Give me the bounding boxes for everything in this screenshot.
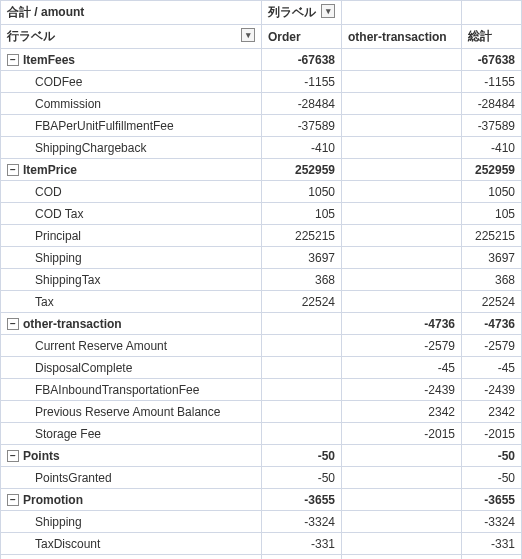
child-order-value: 22524 (262, 291, 342, 313)
collapse-icon[interactable]: − (7, 494, 19, 506)
child-other-value (342, 269, 462, 291)
child-label: Principal (1, 225, 262, 247)
grand-total-total: 176880 (462, 555, 522, 560)
child-row: Tax2252422524 (1, 291, 522, 313)
child-order-value: -331 (262, 533, 342, 555)
collapse-icon[interactable]: − (7, 318, 19, 330)
child-label: FBAInboundTransportationFee (1, 379, 262, 401)
child-label: ShippingTax (1, 269, 262, 291)
child-row: Shipping36973697 (1, 247, 522, 269)
group-other-value (342, 49, 462, 71)
child-label: FBAPerUnitFulfillmentFee (1, 115, 262, 137)
child-total-value: 3697 (462, 247, 522, 269)
group-label-text: ItemPrice (23, 163, 77, 177)
grand-total-other: -4736 (342, 555, 462, 560)
child-label: Shipping (1, 247, 262, 269)
group-other-value (342, 159, 462, 181)
group-total-value: -4736 (462, 313, 522, 335)
child-total-value: -37589 (462, 115, 522, 137)
child-other-value (342, 137, 462, 159)
child-order-value: 3697 (262, 247, 342, 269)
child-other-value (342, 181, 462, 203)
child-row: Storage Fee-2015-2015 (1, 423, 522, 445)
child-other-value (342, 247, 462, 269)
child-total-value: -410 (462, 137, 522, 159)
group-total-value: 252959 (462, 159, 522, 181)
child-total-value: -2015 (462, 423, 522, 445)
child-other-value: -2439 (342, 379, 462, 401)
child-row: COD10501050 (1, 181, 522, 203)
child-total-value: -2579 (462, 335, 522, 357)
child-total-value: 368 (462, 269, 522, 291)
child-label: Tax (1, 291, 262, 313)
column-labels-cell: 列ラベル ▾ (262, 1, 342, 25)
group-row: −ItemPrice252959252959 (1, 159, 522, 181)
col-header-total: 総計 (462, 25, 522, 49)
child-label: Commission (1, 93, 262, 115)
group-other-value: -4736 (342, 313, 462, 335)
group-total-value: -50 (462, 445, 522, 467)
child-other-value (342, 225, 462, 247)
grand-total-label: 総計 (1, 555, 262, 560)
child-label: Current Reserve Amount (1, 335, 262, 357)
collapse-icon[interactable]: − (7, 450, 19, 462)
child-total-value: -2439 (462, 379, 522, 401)
column-labels-dropdown-icon[interactable]: ▾ (321, 4, 335, 18)
child-other-value (342, 291, 462, 313)
group-label-cell: −ItemFees (1, 49, 262, 71)
header-row-2: 行ラベル ▾ Order other-transaction 総計 (1, 25, 522, 49)
grand-total-order: 181616 (262, 555, 342, 560)
child-label: Previous Reserve Amount Balance (1, 401, 262, 423)
child-label: Shipping (1, 511, 262, 533)
child-label: Storage Fee (1, 423, 262, 445)
child-order-value: 1050 (262, 181, 342, 203)
child-row: Previous Reserve Amount Balance23422342 (1, 401, 522, 423)
group-order-value: 252959 (262, 159, 342, 181)
child-other-value (342, 115, 462, 137)
child-order-value: 105 (262, 203, 342, 225)
child-row: TaxDiscount-331-331 (1, 533, 522, 555)
child-total-value: -45 (462, 357, 522, 379)
child-row: Shipping-3324-3324 (1, 511, 522, 533)
sum-amount-label: 合計 / amount (1, 1, 262, 25)
group-label-text: other-transaction (23, 317, 122, 331)
child-row: COD Tax105105 (1, 203, 522, 225)
collapse-icon[interactable]: − (7, 164, 19, 176)
child-total-value: -50 (462, 467, 522, 489)
group-label-text: Promotion (23, 493, 83, 507)
child-other-value (342, 71, 462, 93)
child-row: DisposalComplete-45-45 (1, 357, 522, 379)
row-labels-dropdown-icon[interactable]: ▾ (241, 28, 255, 42)
child-order-value (262, 357, 342, 379)
child-label: COD (1, 181, 262, 203)
group-row: −Promotion-3655-3655 (1, 489, 522, 511)
child-order-value: -37589 (262, 115, 342, 137)
child-total-value: 225215 (462, 225, 522, 247)
child-label: DisposalComplete (1, 357, 262, 379)
child-row: ShippingChargeback-410-410 (1, 137, 522, 159)
group-order-value: -50 (262, 445, 342, 467)
child-order-value: 225215 (262, 225, 342, 247)
child-order-value: -410 (262, 137, 342, 159)
child-row: FBAPerUnitFulfillmentFee-37589-37589 (1, 115, 522, 137)
group-label-cell: −Promotion (1, 489, 262, 511)
group-other-value (342, 489, 462, 511)
child-row: Current Reserve Amount-2579-2579 (1, 335, 522, 357)
child-other-value (342, 203, 462, 225)
group-order-value: -3655 (262, 489, 342, 511)
child-row: PointsGranted-50-50 (1, 467, 522, 489)
child-total-value: 2342 (462, 401, 522, 423)
group-label-cell: −Points (1, 445, 262, 467)
child-total-value: 22524 (462, 291, 522, 313)
child-row: CODFee-1155-1155 (1, 71, 522, 93)
col-header-order: Order (262, 25, 342, 49)
group-label-text: Points (23, 449, 60, 463)
child-other-value: -45 (342, 357, 462, 379)
child-label: PointsGranted (1, 467, 262, 489)
header-row-1: 合計 / amount 列ラベル ▾ (1, 1, 522, 25)
child-row: FBAInboundTransportationFee-2439-2439 (1, 379, 522, 401)
collapse-icon[interactable]: − (7, 54, 19, 66)
child-total-value: 1050 (462, 181, 522, 203)
child-label: TaxDiscount (1, 533, 262, 555)
group-row: −other-transaction-4736-4736 (1, 313, 522, 335)
